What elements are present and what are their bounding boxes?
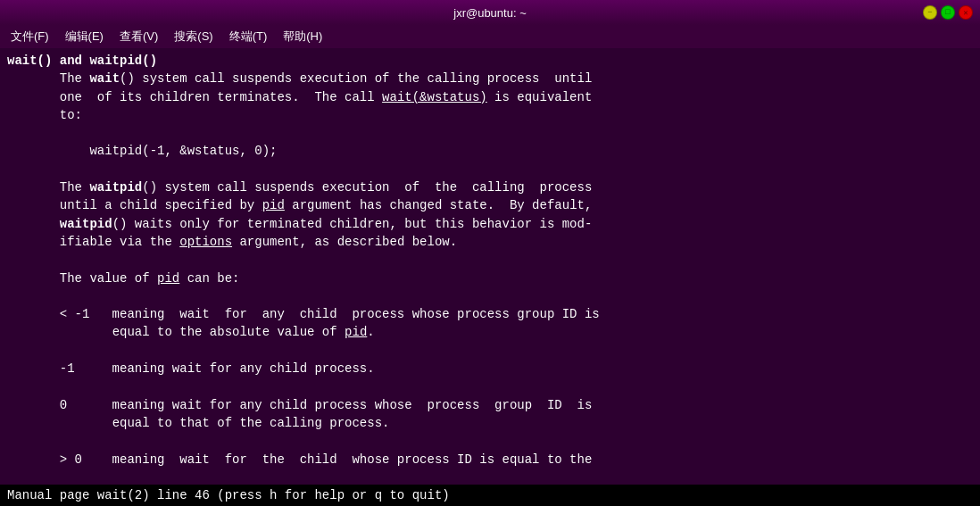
menu-search[interactable]: 搜索(S) (167, 27, 220, 46)
menu-help[interactable]: 帮助(H) (276, 27, 329, 46)
menu-edit[interactable]: 编辑(E) (58, 27, 111, 46)
close-button[interactable]: ✕ (959, 5, 973, 20)
terminal-text: wait() and waitpid() The wait() system c… (7, 52, 973, 469)
terminal-content[interactable]: wait() and waitpid() The wait() system c… (0, 48, 980, 485)
titlebar-title: jxr@ubuntu: ~ (453, 6, 527, 20)
maximize-button[interactable]: □ (941, 5, 955, 20)
menu-terminal[interactable]: 终端(T) (222, 27, 275, 46)
statusbar-text: Manual page wait(2) line 46 (press h for… (7, 488, 450, 502)
menu-file[interactable]: 文件(F) (4, 27, 56, 46)
menu-view[interactable]: 查看(V) (112, 27, 165, 46)
window-controls: − □ ✕ (923, 5, 973, 20)
terminal-window: jxr@ubuntu: ~ − □ ✕ 文件(F) 编辑(E) 查看(V) 搜索… (0, 0, 980, 506)
menubar: 文件(F) 编辑(E) 查看(V) 搜索(S) 终端(T) 帮助(H) (0, 25, 980, 48)
minimize-button[interactable]: − (923, 5, 937, 20)
statusbar: Manual page wait(2) line 46 (press h for… (0, 485, 980, 506)
titlebar: jxr@ubuntu: ~ − □ ✕ (0, 0, 980, 25)
